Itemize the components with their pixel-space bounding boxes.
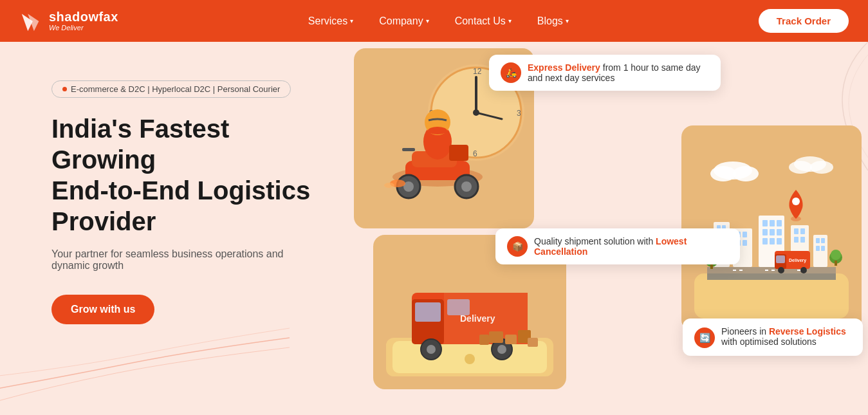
svg-point-92: [800, 267, 807, 273]
svg-point-99: [789, 161, 812, 174]
hero-title-line2: End-to-End Logistics Provider: [51, 176, 310, 235]
chevron-down-icon: ▾: [426, 17, 429, 24]
svg-point-24: [384, 183, 394, 188]
svg-rect-39: [505, 335, 517, 344]
express-icon: 🛵: [501, 62, 521, 83]
badge-row: E-commerce & D2C | Hyperlocal D2C | Pers…: [51, 80, 315, 98]
svg-rect-80: [821, 246, 825, 251]
svg-text:12: 12: [473, 67, 482, 76]
svg-rect-41: [528, 338, 538, 347]
svg-rect-33: [447, 299, 470, 315]
svg-rect-18: [402, 148, 415, 151]
svg-rect-65: [762, 229, 768, 235]
svg-rect-78: [821, 238, 825, 243]
svg-rect-22: [449, 145, 468, 161]
svg-point-6: [473, 109, 479, 116]
navbar: shadowfax We Deliver Services ▾ Company …: [0, 0, 868, 42]
nav-links: Services ▾ Company ▾ Contact Us ▾ Blogs …: [308, 15, 569, 27]
hero-subtitle: Your partner for seamless business opera…: [51, 248, 315, 272]
chevron-down-icon: ▾: [508, 17, 512, 24]
nav-item-company[interactable]: Company ▾: [379, 15, 429, 27]
svg-rect-72: [794, 228, 799, 234]
svg-rect-69: [770, 238, 775, 244]
svg-rect-74: [794, 237, 799, 243]
nav-item-contact[interactable]: Contact Us ▾: [455, 15, 512, 27]
svg-point-27: [465, 354, 475, 364]
svg-rect-83: [710, 264, 713, 269]
logo-tagline: We Deliver: [49, 24, 118, 32]
quality-label-start: Quality shipment solution with: [534, 236, 656, 246]
reverse-logistics-tooltip: 🔄 Pioneers in Reverse Logistics with opt…: [683, 318, 863, 356]
quality-text: Quality shipment solution with Lowest Ca…: [534, 236, 728, 257]
svg-point-100: [810, 161, 833, 174]
nav-item-blogs[interactable]: Blogs ▾: [537, 15, 569, 27]
svg-rect-89: [776, 255, 785, 263]
express-delivery-tooltip: 🛵 Express Delivery from 1 hour to same d…: [489, 55, 721, 91]
svg-rect-79: [816, 246, 820, 251]
svg-point-16: [461, 181, 472, 192]
svg-point-91: [778, 267, 784, 273]
nav-label-contact: Contact Us: [455, 15, 506, 27]
svg-rect-64: [777, 220, 782, 226]
badge-label: E-commerce & D2C | Hyperlocal D2C | Pers…: [71, 84, 280, 94]
hero-cards-section: 12 3 6 9: [354, 42, 868, 415]
svg-rect-38: [489, 331, 503, 343]
svg-rect-42: [479, 335, 489, 345]
svg-rect-63: [770, 220, 775, 226]
reverse-label-start: Pioneers in: [721, 326, 769, 337]
nav-item-services[interactable]: Services ▾: [308, 15, 353, 27]
express-label-bold: Express Delivery: [528, 62, 600, 73]
svg-rect-68: [762, 238, 768, 244]
svg-rect-77: [816, 238, 820, 243]
svg-rect-30: [415, 302, 441, 322]
svg-point-97: [733, 166, 759, 181]
grow-with-us-button[interactable]: Grow with us: [51, 295, 154, 324]
reverse-icon: 🔄: [694, 327, 715, 348]
nav-label-services: Services: [308, 15, 347, 27]
svg-text:6: 6: [473, 149, 477, 158]
svg-point-94: [792, 198, 800, 205]
svg-rect-60: [743, 240, 747, 246]
svg-rect-73: [800, 228, 805, 234]
svg-rect-45: [707, 273, 836, 280]
category-badge: E-commerce & D2C | Hyperlocal D2C | Pers…: [51, 80, 291, 98]
svg-rect-62: [762, 220, 768, 226]
reverse-text: Pioneers in Reverse Logistics with optim…: [721, 326, 851, 347]
svg-rect-67: [777, 229, 782, 235]
main-content: E-commerce & D2C | Hyperlocal D2C | Pers…: [0, 42, 868, 415]
reverse-label-bold: Reverse Logistics: [769, 326, 846, 337]
svg-rect-76: [813, 235, 827, 267]
svg-point-85: [831, 250, 841, 260]
reverse-label-rest: with optimised solutions: [721, 337, 817, 347]
track-order-button[interactable]: Track Order: [759, 9, 849, 33]
quality-icon: 📦: [507, 236, 528, 257]
svg-rect-86: [835, 261, 837, 266]
logo[interactable]: shadowfax We Deliver: [19, 9, 118, 33]
hero-title-line1: India's Fastest Growing: [51, 115, 229, 174]
svg-point-21: [428, 127, 447, 134]
svg-point-96: [710, 166, 736, 181]
quality-tooltip: 📦 Quality shipment solution with Lowest …: [495, 228, 740, 264]
logo-brand: shadowfax: [49, 10, 118, 24]
hero-section: E-commerce & D2C | Hyperlocal D2C | Pers…: [0, 42, 354, 415]
badge-dot-icon: [62, 87, 67, 91]
svg-text:3: 3: [517, 109, 521, 118]
svg-rect-75: [800, 237, 805, 243]
hero-title: India's Fastest Growing End-to-End Logis…: [51, 113, 315, 237]
svg-rect-58: [743, 232, 747, 237]
svg-rect-66: [770, 229, 775, 235]
svg-rect-43: [694, 273, 849, 318]
logo-icon: [19, 9, 44, 33]
svg-rect-70: [777, 238, 782, 244]
chevron-down-icon: ▾: [350, 17, 353, 24]
svg-point-35: [427, 345, 436, 354]
nav-label-company: Company: [379, 15, 423, 27]
svg-point-37: [497, 345, 506, 354]
chevron-down-icon: ▾: [566, 17, 569, 24]
nav-label-blogs: Blogs: [537, 15, 563, 27]
svg-text:Delivery: Delivery: [789, 258, 806, 263]
express-text: Express Delivery from 1 hour to same day…: [528, 62, 709, 83]
